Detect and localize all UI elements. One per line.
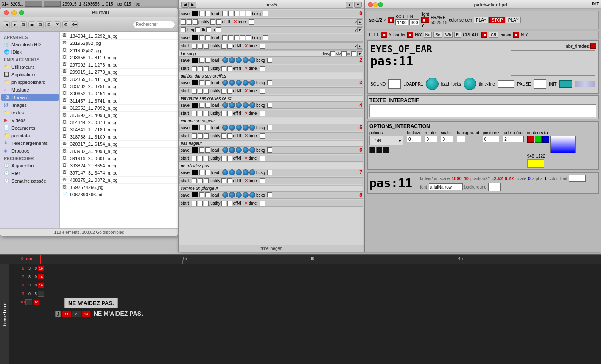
pd-cb-1m1[interactable] bbox=[192, 44, 197, 49]
pd-toggle-8[interactable] bbox=[192, 192, 198, 197]
pd-toggle-2[interactable] bbox=[192, 58, 198, 63]
stop-button[interactable]: STOP bbox=[489, 17, 505, 23]
pd-circle-5d[interactable] bbox=[243, 125, 249, 131]
ln-box-16b[interactable]: 16 bbox=[38, 274, 44, 280]
pd-cb-3m4[interactable] bbox=[221, 89, 226, 94]
pd-cb-3m5[interactable] bbox=[227, 89, 232, 94]
pd-circle-4c[interactable] bbox=[236, 102, 242, 108]
file-row[interactable]: 🖼393824_2...8654_n.jpg bbox=[60, 162, 178, 169]
pd-toggle-7[interactable] bbox=[192, 170, 198, 175]
cursor-red-btn[interactable]: ■ bbox=[513, 32, 519, 38]
close-button[interactable] bbox=[4, 10, 9, 15]
sc-light-btn[interactable]: ■ bbox=[421, 17, 429, 23]
file-row[interactable]: 🖼320317_2...6154_n.jpg bbox=[60, 141, 178, 148]
fadein-val2[interactable]: 40 bbox=[464, 176, 469, 181]
pd-circle-3e[interactable] bbox=[249, 80, 255, 86]
eyes-timeline-box[interactable] bbox=[498, 80, 514, 88]
view-cover-btn[interactable]: ⊡ bbox=[45, 21, 52, 28]
view-col-btn[interactable]: ⊟ bbox=[37, 21, 44, 28]
file-row[interactable]: 🖼184034_1...5292_n.jpg bbox=[60, 33, 178, 40]
eyes-load-locks-circle[interactable] bbox=[464, 78, 476, 90]
back-button[interactable]: ◀ bbox=[3, 21, 10, 28]
pd-circle-7b[interactable] bbox=[229, 169, 235, 175]
pd-circle-2c[interactable] bbox=[236, 57, 242, 63]
pd-cb-5m2[interactable] bbox=[198, 133, 203, 139]
eyes-sound-box[interactable] bbox=[388, 79, 401, 89]
file-row[interactable]: 🖼303732_2...3751_n.jpg bbox=[60, 83, 178, 90]
right-max-btn[interactable] bbox=[378, 2, 383, 7]
pd-cb-1g[interactable] bbox=[246, 35, 251, 40]
pd-cb-4m3[interactable] bbox=[204, 111, 209, 116]
pd-circle-8b[interactable] bbox=[229, 192, 235, 198]
pd-cb-1e[interactable] bbox=[234, 35, 239, 40]
pd-circle-4b[interactable] bbox=[229, 102, 235, 108]
view-icon-btn[interactable]: ⊞ bbox=[20, 21, 27, 28]
texte-input-area[interactable] bbox=[369, 104, 596, 117]
sidebar-item-documents[interactable]: 📄 Documents bbox=[0, 124, 59, 132]
pd-cb-1c[interactable] bbox=[222, 35, 227, 40]
font-select[interactable]: FONT ▾ bbox=[369, 136, 403, 145]
scale-value[interactable]: 0 bbox=[441, 136, 453, 142]
pd-circle-2d[interactable] bbox=[243, 57, 249, 63]
pd-cb-3m1[interactable] bbox=[192, 89, 197, 94]
pd-cb-8m4[interactable] bbox=[221, 201, 226, 206]
pd-circle-8d[interactable] bbox=[243, 192, 249, 198]
pd-cb-1m3[interactable] bbox=[204, 44, 209, 49]
rotate-val-pas[interactable]: 0 bbox=[528, 176, 531, 181]
sc-height[interactable]: 800 bbox=[409, 19, 420, 25]
file-row[interactable]: 🖼408275_2...0872_n.jpg bbox=[60, 177, 178, 184]
pd-circle-4a[interactable] bbox=[222, 102, 228, 108]
sidebar-item-idisk[interactable]: 🌐 iDisk bbox=[0, 48, 59, 56]
pd-nav-left[interactable]: ◀ bbox=[181, 2, 189, 8]
pd-cb-8h[interactable] bbox=[267, 192, 272, 197]
posY-val[interactable]: 0.22 bbox=[505, 176, 514, 181]
minimize-button[interactable] bbox=[11, 10, 17, 15]
ln-box-9[interactable] bbox=[38, 291, 44, 297]
pd-cb-6time[interactable] bbox=[260, 156, 265, 161]
pd-cb-7a[interactable] bbox=[199, 170, 204, 175]
pd-cb-4time[interactable] bbox=[260, 111, 265, 116]
pd-cb-7m5[interactable] bbox=[227, 178, 232, 183]
pd-cb-7time[interactable] bbox=[260, 178, 265, 183]
color-font-box[interactable] bbox=[569, 175, 586, 182]
file-row[interactable]: 🖼314344_2...0370_n.jpg bbox=[60, 119, 178, 126]
pd-circle-8e[interactable] bbox=[249, 192, 255, 198]
sidebar-item-utilisateurs[interactable]: 📁 Utilisateurs bbox=[0, 63, 59, 71]
pd-cb-in[interactable] bbox=[206, 27, 211, 32]
pd-circle-2a[interactable] bbox=[222, 57, 228, 63]
file-row[interactable]: 🖼309652_1...0454_n.jpg bbox=[60, 90, 178, 97]
pd-cb-4m1[interactable] bbox=[192, 111, 197, 116]
sidebar-item-musique[interactable]: ♪ Musique bbox=[0, 86, 59, 94]
pd-cb-4m5[interactable] bbox=[227, 111, 232, 116]
posX-val[interactable]: -2.52 bbox=[492, 176, 503, 181]
sc-red-btn[interactable]: ■ bbox=[388, 17, 394, 23]
file-row[interactable]: 🖼297002_1...1276_n.jpg bbox=[60, 61, 178, 69]
full-red-btn[interactable]: ■ bbox=[381, 32, 387, 38]
file-row[interactable]: 🖼293656_1...8119_n.jpg bbox=[60, 54, 178, 61]
pd-cb-db1[interactable] bbox=[341, 51, 347, 56]
pd-cb-3m3[interactable] bbox=[204, 89, 209, 94]
pd-xy-btn-x[interactable]: ▲ bbox=[357, 19, 362, 25]
pd-cb-1m4[interactable] bbox=[221, 44, 226, 49]
sidebar-item-dropbox[interactable]: ◈ Dropbox bbox=[0, 147, 59, 155]
pd-circle-3c[interactable] bbox=[236, 80, 242, 86]
pd-xy-btn-1x[interactable]: ▲ bbox=[357, 44, 362, 49]
j-cell-11[interactable]: 11 bbox=[62, 311, 71, 317]
pd-circle-3d[interactable] bbox=[243, 80, 249, 86]
pd-cb-bckg[interactable] bbox=[263, 11, 268, 16]
sidebar-item-macintosh-hd[interactable]: 💿 Macintosh HD bbox=[0, 41, 59, 48]
file-row[interactable]: 🖼318768_1...3109_n.jpg bbox=[60, 133, 178, 141]
no-btn[interactable]: No bbox=[424, 32, 432, 38]
right-close-btn[interactable] bbox=[368, 2, 373, 7]
pd-cb-7m4[interactable] bbox=[221, 178, 226, 183]
pd-circle-5e[interactable] bbox=[249, 125, 255, 131]
sc-width[interactable]: 1400 bbox=[395, 19, 408, 25]
file-row[interactable]: 🖼302369_1...4116_n.jpg bbox=[60, 76, 178, 83]
pd-circle-4d[interactable] bbox=[243, 102, 249, 108]
pd-circle-3b[interactable] bbox=[229, 80, 235, 86]
pd-y1[interactable]: ▼ bbox=[357, 51, 362, 56]
pd-cb-8m3[interactable] bbox=[204, 201, 209, 206]
pd-cb-4m4[interactable] bbox=[221, 111, 226, 116]
pd-circle-7e[interactable] bbox=[249, 169, 255, 175]
file-row[interactable]: 🖼383932_3...4093_n.jpg bbox=[60, 148, 178, 155]
